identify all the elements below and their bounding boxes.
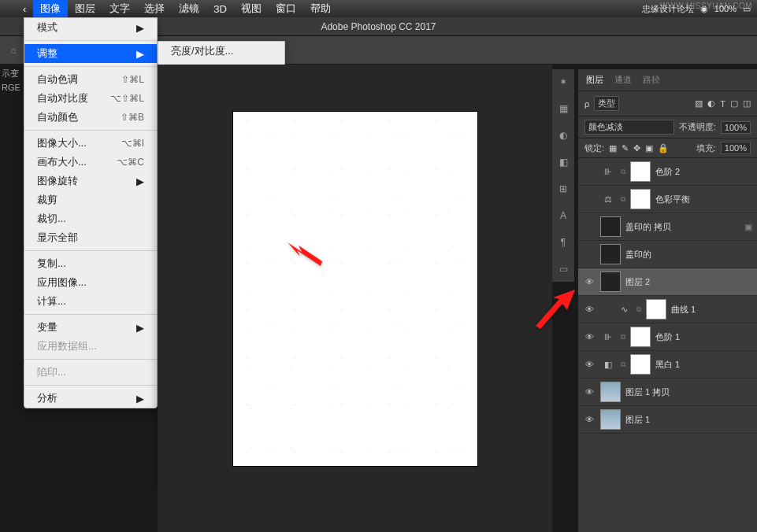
layer-row[interactable]: 👁⊪⧉色阶 1 — [578, 323, 757, 351]
layer-name[interactable]: 图层 1 拷贝 — [625, 386, 670, 398]
menubar-item-4[interactable]: 滤镜 — [172, 0, 206, 17]
lock-paint-icon[interactable]: ✎ — [622, 143, 629, 153]
layer-mask-thumb[interactable] — [646, 299, 666, 320]
menu-item[interactable]: 自动颜色⇧⌘B — [24, 108, 157, 127]
brush-presets-icon[interactable]: ✶ — [555, 74, 571, 90]
layer-row[interactable]: 👁◧⧉黑白 1 — [578, 351, 757, 379]
menu-item[interactable]: 显示全部 — [24, 228, 157, 247]
menu-item[interactable]: 图像旋转▶ — [24, 172, 157, 190]
opacity-value[interactable]: 100% — [721, 121, 751, 134]
document-canvas[interactable] — [233, 112, 477, 466]
layer-name[interactable]: 盖印的 拷贝 — [625, 221, 671, 233]
layer-thumb[interactable] — [600, 409, 621, 430]
menu-item[interactable]: 自动对比度⌥⇧⌘L — [24, 89, 157, 108]
filter-smart-icon[interactable]: ◫ — [743, 98, 751, 109]
layer-row[interactable]: 👁图层 1 — [578, 406, 757, 434]
visibility-eye-icon[interactable]: 👁 — [583, 332, 596, 342]
filter-shape-icon[interactable]: ▢ — [730, 98, 738, 109]
menu-item[interactable]: 画布大小...⌥⌘C — [24, 153, 157, 172]
menubar-item-0[interactable]: 图像 — [33, 0, 68, 17]
lock-artboard-icon[interactable]: ▣ — [645, 143, 653, 153]
menu-item: 陷印... — [24, 363, 157, 382]
menu-item[interactable]: 裁剪 — [24, 190, 157, 209]
menubar-item-3[interactable]: 选择 — [137, 0, 172, 17]
adjust-icon[interactable]: ◧ — [555, 154, 571, 170]
layer-name[interactable]: 曲线 1 — [671, 304, 696, 316]
swatches-icon[interactable]: ▦ — [555, 101, 571, 116]
layer-row[interactable]: 👁∿⧉曲线 1 — [578, 296, 757, 323]
menu-item[interactable]: 计算... — [24, 292, 157, 311]
layer-thumb[interactable] — [600, 382, 621, 402]
layer-name[interactable]: 色彩平衡 — [655, 194, 690, 205]
layer-name[interactable]: 黑白 1 — [655, 359, 680, 371]
layer-row[interactable]: ⊪⧉色阶 2 — [578, 158, 757, 186]
lock-position-icon[interactable]: ✥ — [633, 143, 640, 153]
visibility-eye-icon[interactable]: 👁 — [583, 360, 596, 369]
visibility-eye-icon[interactable]: 👁 — [583, 387, 596, 397]
visibility-eye-icon[interactable]: 👁 — [583, 277, 596, 286]
layer-row[interactable]: 盖印的 拷贝▣ — [578, 213, 757, 241]
paragraph-icon[interactable]: ¶ — [555, 235, 571, 250]
layer-mask-thumb[interactable] — [630, 354, 651, 375]
menubar-item-2[interactable]: 文字 — [102, 0, 137, 17]
layer-row[interactable]: 盖印的 — [578, 241, 757, 268]
menubar-item-1[interactable]: 图层 — [68, 0, 102, 17]
menu-item[interactable]: 模式▶ — [24, 18, 157, 37]
menu-item[interactable]: 变量▶ — [24, 318, 157, 337]
home-icon[interactable]: ⌂ — [6, 43, 20, 57]
filter-kind[interactable]: 类型 — [594, 96, 619, 111]
panel-tab[interactable]: 图层 — [586, 74, 603, 86]
panel-tab[interactable]: 路径 — [643, 74, 660, 86]
layer-name[interactable]: 盖印的 — [625, 249, 651, 260]
layer-name[interactable]: 色阶 1 — [655, 331, 680, 343]
layer-filter-row[interactable]: ρ 类型 ▧ ◐ T ▢ ◫ — [578, 91, 757, 116]
app-title: Adobe Photoshop CC 2017 — [321, 21, 436, 32]
menu-item[interactable]: 自动色调⇧⌘L — [24, 70, 157, 89]
layer-row[interactable]: ⚖⧉色彩平衡 — [578, 186, 757, 213]
doc-tab-strip: 示变 RGE — [0, 65, 22, 95]
menu-prev[interactable]: ‹ — [16, 0, 33, 17]
filter-pixel-icon[interactable]: ▧ — [695, 98, 703, 109]
menubar-item-7[interactable]: 窗口 — [269, 0, 303, 17]
layer-name[interactable]: 图层 2 — [625, 276, 650, 288]
lock-transparent-icon[interactable]: ▦ — [609, 143, 617, 153]
panel-tab[interactable]: 通道 — [614, 74, 632, 86]
styles-icon[interactable]: ⊞ — [555, 181, 571, 197]
layer-row[interactable]: 👁图层 2 — [578, 268, 757, 296]
menu-item[interactable]: 应用图像... — [24, 273, 157, 292]
blend-mode[interactable]: 颜色减淡 — [584, 120, 674, 135]
menu-item[interactable]: 亮度/对比度... — [158, 42, 284, 61]
filter-type-icon[interactable]: T — [720, 99, 725, 109]
panel-tabs[interactable]: 图层通道路径 — [578, 69, 757, 91]
menu-item[interactable]: 分析▶ — [24, 389, 157, 408]
layers-list[interactable]: ⊪⧉色阶 2⚖⧉色彩平衡盖印的 拷贝▣盖印的👁图层 2👁∿⧉曲线 1👁⊪⧉色阶 … — [578, 158, 757, 532]
menu-item[interactable]: 图像大小...⌥⌘I — [24, 134, 157, 153]
menu-item[interactable]: 调整▶ — [24, 44, 157, 63]
menu-item[interactable]: 复制... — [24, 254, 157, 273]
layer-name[interactable]: 图层 1 — [625, 414, 650, 426]
layer-name[interactable]: 色阶 2 — [655, 166, 680, 178]
menu-image[interactable]: 模式▶调整▶自动色调⇧⌘L自动对比度⌥⇧⌘L自动颜色⇧⌘B图像大小...⌥⌘I画… — [24, 17, 158, 408]
color-icon[interactable]: ◐ — [555, 127, 571, 143]
menubar-item-8[interactable]: 帮助 — [303, 0, 338, 17]
visibility-eye-icon[interactable]: 👁 — [583, 415, 596, 424]
menu-item[interactable]: 裁切... — [24, 209, 157, 228]
menubar-item-5[interactable]: 3D — [206, 0, 234, 17]
visibility-eye-icon[interactable]: 👁 — [583, 305, 596, 314]
layer-thumb[interactable] — [600, 272, 621, 292]
filter-adjust-icon[interactable]: ◐ — [707, 98, 715, 109]
menubar-item-6[interactable]: 视图 — [234, 0, 269, 17]
fill-value[interactable]: 100% — [721, 142, 751, 154]
lock-row[interactable]: 锁定: ▦ ✎ ✥ ▣ 🔒 填充: 100% — [578, 139, 757, 158]
layer-mask-thumb[interactable] — [630, 189, 651, 209]
character-icon[interactable]: A — [555, 208, 571, 224]
glyphs-icon[interactable]: ▭ — [555, 261, 571, 277]
lock-all-icon[interactable]: 🔒 — [658, 143, 669, 153]
bw-icon: ◧ — [600, 357, 616, 372]
layer-row[interactable]: 👁图层 1 拷贝 — [578, 379, 757, 406]
layer-thumb[interactable] — [600, 244, 621, 264]
layer-mask-thumb[interactable] — [630, 327, 651, 347]
layer-mask-thumb[interactable] — [630, 161, 651, 182]
blend-row[interactable]: 颜色减淡 不透明度: 100% — [578, 116, 757, 139]
layer-thumb[interactable] — [600, 216, 621, 237]
